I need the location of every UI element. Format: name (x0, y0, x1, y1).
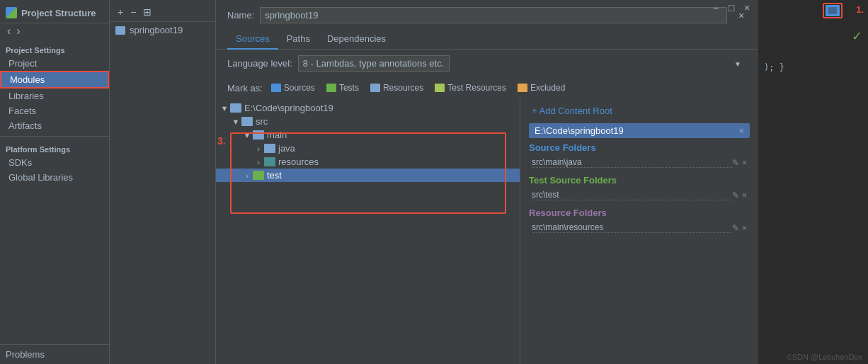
module-toolbar: + − ⊞ (110, 3, 215, 22)
language-level-select[interactable]: 8 - Lambdas, type annotations etc. (298, 55, 450, 72)
watermark: ©SDN @LebchenDpx (787, 353, 862, 361)
annotation-1: 1. (856, 4, 864, 15)
sidebar-item-project[interactable]: Project (0, 56, 109, 71)
edit-resource-folder-icon[interactable]: ✎ (732, 223, 739, 233)
language-level-select-wrapper: 8 - Lambdas, type annotations etc. (298, 55, 747, 72)
minimize-button[interactable]: − (710, 3, 721, 13)
tree-item-test[interactable]: › test (216, 169, 520, 182)
right-info-panel: + Add Content Root E:\Code\springboot19 … (520, 98, 758, 364)
sources-icon (271, 84, 281, 92)
file-tree: 3. ▼ E:\Code\springboot19 ▼ src (216, 98, 520, 364)
tree-item-java[interactable]: › java (216, 142, 520, 155)
tree-and-right: 3. ▼ E:\Code\springboot19 ▼ src (216, 98, 758, 364)
add-content-root-button[interactable]: + Add Content Root (529, 104, 615, 118)
folder-icon-java (264, 144, 275, 153)
tree-item-resources[interactable]: › resources (216, 155, 520, 169)
remove-module-button[interactable]: − (128, 6, 138, 18)
source-folder-item: src\main\java ✎ × (529, 156, 750, 169)
mark-excluded-button[interactable]: Excluded (515, 81, 568, 94)
mark-as-label: Mark as: (227, 83, 263, 93)
code-panel: 1. ✓ ); } ©SDN @LebchenDpx (758, 0, 868, 364)
sidebar: Project Structure ‹ › Project Settings P… (0, 0, 110, 364)
tree-item-main[interactable]: ▼ main (216, 128, 520, 142)
mark-resources-button[interactable]: Resources (367, 81, 426, 94)
resources-icon (370, 84, 380, 92)
remove-source-folder-icon[interactable]: × (742, 158, 747, 168)
dialog-area: + − ⊞ springboot19 Name: × Sources (110, 0, 758, 364)
source-folders-title: Source Folders (529, 142, 750, 153)
folder-icon-main (253, 130, 264, 140)
mark-sources-button[interactable]: Sources (268, 81, 318, 94)
edit-test-folder-icon[interactable]: ✎ (732, 190, 739, 200)
sidebar-item-libraries[interactable]: Libraries (0, 89, 109, 103)
window-title: Project Structure (21, 8, 96, 18)
window-controls: − □ × (704, 0, 758, 16)
folder-icon-test (253, 171, 264, 180)
project-settings-header: Project Settings (0, 40, 109, 56)
mark-as-row: Mark as: Sources Tests Resources Test Re… (216, 77, 758, 98)
module-item-springboot19[interactable]: springboot19 (110, 22, 215, 38)
tests-icon (326, 84, 336, 92)
excluded-icon (518, 84, 527, 92)
folder-icon-root (230, 103, 241, 113)
test-source-folders-title: Test Source Folders (529, 175, 750, 186)
nav-controls: ‹ › (0, 23, 109, 40)
back-button[interactable]: ‹ (6, 25, 12, 38)
tree-item-src[interactable]: ▼ src (216, 115, 520, 128)
tab-sources[interactable]: Sources (227, 29, 278, 50)
sidebar-item-global-libraries[interactable]: Global Libraries (0, 170, 109, 185)
window-close-button[interactable]: × (741, 3, 753, 13)
name-input[interactable] (260, 7, 727, 23)
name-row: Name: × (216, 0, 758, 29)
remove-root-icon[interactable]: × (738, 125, 744, 136)
module-icon-inner (828, 7, 837, 14)
forward-button[interactable]: › (15, 25, 21, 38)
annotation-3: 3. (217, 135, 226, 147)
sidebar-divider (0, 136, 109, 137)
test-source-folder-item: src\test ✎ × (529, 188, 750, 202)
module-folder-icon (115, 26, 125, 35)
code-content: ); } (764, 62, 862, 72)
mark-tests-button[interactable]: Tests (324, 81, 362, 94)
problems-item[interactable]: Problems (0, 344, 109, 364)
app-icon (6, 7, 17, 18)
add-module-button[interactable]: + (115, 6, 125, 18)
content-root-path: E:\Code\springboot19 × (529, 123, 750, 138)
copy-module-button[interactable]: ⊞ (141, 6, 154, 18)
resource-folders-title: Resource Folders (529, 207, 750, 218)
sidebar-item-facets[interactable]: Facets (0, 103, 109, 118)
folder-icon-src (241, 117, 253, 126)
mark-test-resources-button[interactable]: Test Resources (432, 81, 509, 94)
sidebar-item-sdks[interactable]: SDKs (0, 155, 109, 170)
folder-icon-resources (264, 157, 275, 166)
maximize-button[interactable]: □ (726, 3, 737, 13)
language-level-row: Language level: 8 - Lambdas, type annota… (216, 50, 758, 77)
tree-item-root[interactable]: ▼ E:\Code\springboot19 (216, 101, 520, 115)
edit-source-folder-icon[interactable]: ✎ (732, 158, 739, 168)
remove-resource-folder-icon[interactable]: × (742, 223, 747, 233)
check-mark-icon: ✓ (852, 28, 862, 44)
tab-paths[interactable]: Paths (278, 29, 319, 50)
title-bar: Project Structure (0, 3, 109, 23)
tabs-row: Sources Paths Dependencies (216, 29, 758, 50)
name-label: Name: (227, 10, 254, 21)
resource-folder-item: src\main\resources ✎ × (529, 221, 750, 234)
language-level-label: Language level: (227, 58, 292, 69)
module-icon-highlighted (826, 5, 840, 16)
platform-settings-header: Platform Settings (0, 140, 109, 155)
sidebar-item-artifacts[interactable]: Artifacts (0, 118, 109, 133)
remove-test-folder-icon[interactable]: × (742, 190, 747, 200)
annotation-box-1 (823, 3, 843, 18)
tab-dependencies[interactable]: Dependencies (319, 29, 394, 50)
module-list: + − ⊞ springboot19 (110, 0, 216, 364)
detail-panel: Name: × Sources Paths Dependencies Langu… (216, 0, 758, 364)
test-resources-icon (435, 84, 445, 92)
sidebar-item-modules[interactable]: Modules 2. (0, 71, 109, 89)
